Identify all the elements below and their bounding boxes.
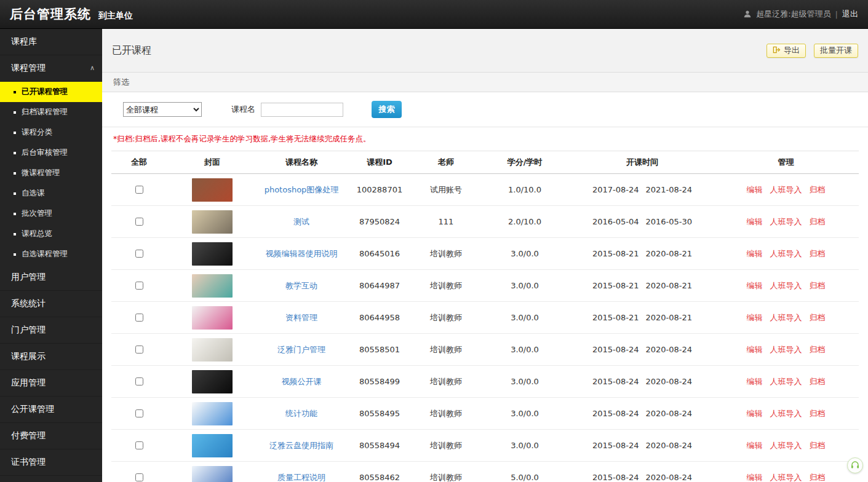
edit-link[interactable]: 编辑 [747, 216, 763, 227]
batch-open-button[interactable]: 批量开课 [814, 44, 858, 58]
class-import-link[interactable]: 人班导入 [770, 472, 802, 482]
row-checkbox[interactable] [135, 377, 143, 385]
course-id: 80644987 [345, 270, 414, 301]
sidebar-item[interactable]: 应用管理 ∧ [0, 370, 102, 397]
edit-link[interactable]: 编辑 [747, 408, 763, 419]
archive-link[interactable]: 归档 [810, 280, 826, 291]
sidebar-item[interactable]: 付费管理 ∧ [0, 423, 102, 449]
edit-link[interactable]: 编辑 [747, 280, 763, 291]
sidebar-item[interactable]: 用户管理 ∧ [0, 264, 102, 291]
course-cover-thumbnail[interactable] [192, 402, 233, 425]
row-checkbox[interactable] [135, 441, 143, 449]
row-checkbox[interactable] [135, 186, 143, 194]
edit-link[interactable]: 编辑 [747, 248, 763, 259]
course-cover-thumbnail[interactable] [192, 338, 233, 362]
search-button[interactable]: 搜索 [372, 101, 402, 118]
course-name-link[interactable]: 视频公开课 [282, 376, 322, 387]
archive-link[interactable]: 归档 [810, 344, 826, 355]
sidebar-item[interactable]: 系统统计 ∧ [0, 291, 102, 317]
course-teacher: 培训教师 [414, 430, 478, 461]
course-end-date: 2021-08-24 [646, 185, 693, 194]
sidebar-item[interactable]: 后台审核管理 ∧ [0, 143, 102, 163]
course-name-input[interactable] [261, 103, 343, 117]
course-cover-thumbnail[interactable] [192, 178, 233, 202]
sidebar-item[interactable]: 自选课程管理 ∧ [0, 244, 102, 264]
archive-link[interactable]: 归档 [810, 472, 826, 482]
archive-link[interactable]: 归档 [810, 408, 826, 419]
course-name-link[interactable]: 资料管理 [285, 312, 317, 323]
row-checkbox[interactable] [135, 473, 143, 481]
edit-link[interactable]: 编辑 [747, 376, 763, 387]
course-cover-thumbnail[interactable] [192, 370, 233, 393]
class-import-link[interactable]: 人班导入 [770, 216, 802, 227]
archive-link[interactable]: 归档 [810, 248, 826, 259]
row-checkbox[interactable] [135, 346, 143, 354]
course-end-date: 2020-08-24 [646, 441, 693, 450]
class-import-link[interactable]: 人班导入 [770, 280, 802, 291]
logout-link[interactable]: 退出 [842, 9, 858, 20]
sidebar-item[interactable]: 课程总览 ∧ [0, 224, 102, 244]
row-checkbox[interactable] [135, 282, 143, 290]
sidebar-item[interactable]: 已开课程管理 ∧ [0, 82, 102, 102]
course-cover-thumbnail[interactable] [192, 210, 233, 234]
app-logo: 后台管理系统 [10, 6, 91, 23]
class-import-link[interactable]: 人班导入 [770, 440, 802, 451]
course-end-date: 2020-08-21 [646, 249, 693, 258]
course-cover-thumbnail[interactable] [192, 434, 233, 457]
col-header-cover: 封面 [167, 151, 258, 173]
sidebar-item[interactable]: 课程展示 ∧ [0, 344, 102, 370]
row-checkbox[interactable] [135, 250, 143, 258]
class-import-link[interactable]: 人班导入 [770, 312, 802, 323]
course-cover-thumbnail[interactable] [192, 466, 233, 482]
course-name-link[interactable]: 教学互动 [285, 280, 317, 291]
course-cover-thumbnail[interactable] [192, 306, 233, 330]
main-unit-link[interactable]: 到主单位 [98, 10, 133, 22]
archive-link[interactable]: 归档 [810, 440, 826, 451]
course-name-link[interactable]: 泛雅云盘使用指南 [269, 440, 333, 451]
course-name-link[interactable]: 视频编辑器使用说明 [266, 248, 338, 259]
headset-icon [850, 460, 860, 472]
course-name-link[interactable]: 统计功能 [285, 408, 317, 419]
sidebar-item[interactable]: 微课程管理 ∧ [0, 163, 102, 183]
customer-service-button[interactable] [847, 457, 863, 473]
sidebar-item[interactable]: 批次管理 ∧ [0, 203, 102, 224]
edit-link[interactable]: 编辑 [747, 440, 763, 451]
edit-link[interactable]: 编辑 [747, 184, 763, 196]
sidebar-item[interactable]: 公开课管理 ∧ [0, 397, 102, 423]
archive-link[interactable]: 归档 [810, 216, 826, 227]
export-button[interactable]: 导出 [766, 44, 806, 58]
course-name-link[interactable]: 质量工程说明 [277, 472, 325, 482]
course-cover-thumbnail[interactable] [192, 274, 233, 298]
class-import-link[interactable]: 人班导入 [770, 376, 802, 387]
sidebar-item[interactable]: 课程库 ∧ [0, 29, 102, 55]
course-cover-thumbnail[interactable] [192, 242, 233, 266]
archive-link[interactable]: 归档 [810, 184, 826, 196]
course-name-link[interactable]: photoshop图像处理 [265, 184, 339, 196]
class-import-link[interactable]: 人班导入 [770, 344, 802, 355]
edit-link[interactable]: 编辑 [747, 312, 763, 323]
edit-link[interactable]: 编辑 [747, 472, 763, 482]
row-checkbox[interactable] [135, 314, 143, 322]
course-start-date: 2015-08-24 [592, 473, 639, 482]
class-import-link[interactable]: 人班导入 [770, 408, 802, 419]
archive-link[interactable]: 归档 [810, 376, 826, 387]
archive-link[interactable]: 归档 [810, 312, 826, 323]
sidebar-item-label: 系统统计 [11, 298, 46, 309]
filter-section-header[interactable]: 筛选 [102, 72, 868, 92]
edit-link[interactable]: 编辑 [747, 344, 763, 355]
row-checkbox[interactable] [135, 218, 143, 226]
sidebar-item[interactable]: 课程管理 ∧ [0, 55, 102, 82]
class-import-link[interactable]: 人班导入 [770, 184, 802, 196]
table-row: photoshop图像处理 100288701 试用账号 1.0/10.0 20… [111, 174, 859, 206]
sidebar-item[interactable]: 自选课 ∧ [0, 183, 102, 203]
class-import-link[interactable]: 人班导入 [770, 248, 802, 259]
sidebar-item[interactable]: 证书管理 ∧ [0, 449, 102, 476]
sidebar-item[interactable]: 归档课程管理 ∧ [0, 102, 102, 122]
sidebar-item-label: 批次管理 [22, 208, 52, 219]
course-filter-select[interactable]: 全部课程 [123, 102, 202, 117]
course-name-link[interactable]: 泛雅门户管理 [277, 344, 325, 355]
course-name-link[interactable]: 测试 [293, 216, 309, 227]
row-checkbox[interactable] [135, 409, 143, 417]
sidebar-item[interactable]: 课程分类 ∧ [0, 122, 102, 143]
sidebar-item[interactable]: 门户管理 ∧ [0, 317, 102, 344]
